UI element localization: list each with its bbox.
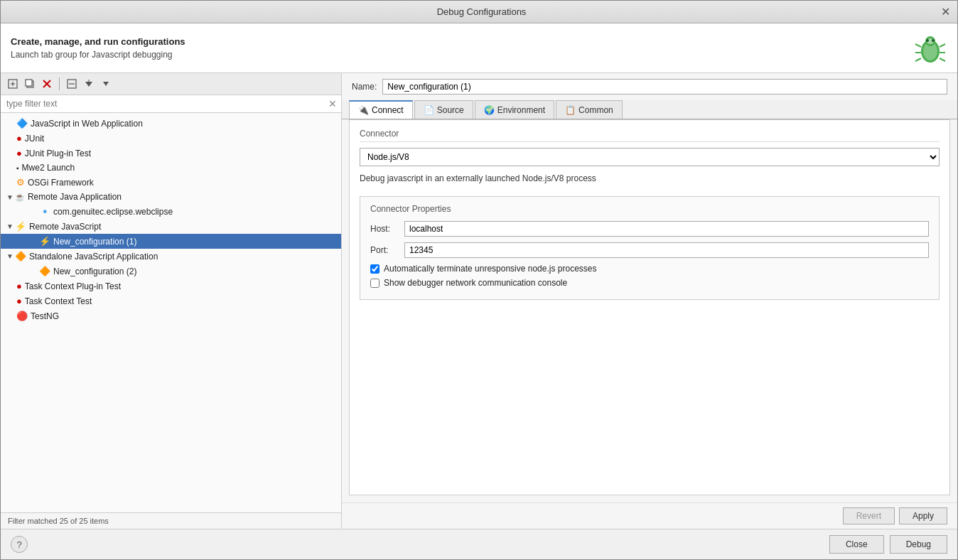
connector-section-title: Connector [360,129,940,142]
item-label-junit: JUnit [25,134,44,144]
item-icon-testng: 🔴 [16,311,28,321]
item-icon-new-config-1: ⚡ [39,236,50,247]
revert-button[interactable]: Revert [843,507,895,524]
collapse-all-button[interactable] [64,76,80,92]
checkbox1-row: Automatically terminate unresponsive nod… [370,264,929,274]
svg-point-10 [926,39,929,42]
tab-connect-label: Connect [372,105,404,115]
item-label-task-context-test: Task Context Test [25,296,92,306]
item-label-remote-js: Remote JavaScript [29,222,101,232]
debug-button[interactable]: Debug [890,535,947,554]
tree-item-remote-js[interactable]: ▼ ⚡ Remote JavaScript [1,219,341,234]
port-label: Port: [370,245,399,255]
item-icon-osgi: ⚙ [16,177,25,188]
tab-common[interactable]: 📋 Common [556,100,623,119]
item-icon-task-context-plugin: ● [16,281,22,291]
help-button[interactable]: ? [11,536,28,553]
tab-source-label: Source [437,105,464,115]
debug-bug-icon [913,31,947,65]
item-label-new-config-1: New_configuration (1) [53,237,136,247]
connector-dropdown-wrap: Node.js/V8 V8 VM [360,148,940,166]
host-input[interactable] [404,221,929,237]
left-panel: ✕ 🔷 JavaScript in Web Application ● JUni… [1,73,342,529]
new-config-button[interactable] [5,76,21,92]
host-row: Host: [370,221,929,237]
tree-item-com-genuitec[interactable]: 🔹 com.genuitec.eclipse.webclipse [1,204,341,219]
more-button[interactable] [98,76,114,92]
tree-item-mwe2[interactable]: ▪ Mwe2 Launch [1,161,341,175]
filter-clear-button[interactable]: ✕ [324,95,341,112]
tab-source[interactable]: 📄 Source [414,100,473,119]
name-label: Name: [352,82,377,92]
item-icon-remote-java: ☕ [15,193,25,202]
item-label-js-web: JavaScript in Web Application [31,119,143,129]
tree-item-testng[interactable]: 🔴 TestNG [1,308,341,323]
item-icon-remote-js: ⚡ [15,221,26,232]
show-debugger-checkbox[interactable] [370,279,380,288]
tree-item-junit-plugin[interactable]: ● JUnit Plug-in Test [1,146,341,161]
tree-item-remote-java[interactable]: ▼ ☕ Remote Java Application [1,190,341,204]
filter-bar: ✕ [1,95,341,113]
tree-item-new-config-2[interactable]: 🔶 New_configuration (2) [1,264,341,279]
delete-config-button[interactable] [39,76,55,92]
connector-dropdown[interactable]: Node.js/V8 V8 VM [360,148,940,166]
item-label-standalone-js: Standalone JavaScript Application [29,252,158,262]
common-tab-icon: 📋 [565,105,576,115]
svg-rect-16 [26,80,32,86]
dialog-title: Debug Configurations [22,6,941,17]
connect-tab-icon: 🔌 [358,105,369,115]
action-bar: Revert Apply [342,502,957,529]
item-label-new-config-2: New_configuration (2) [53,266,136,276]
svg-line-9 [940,58,945,61]
debug-configurations-dialog: Debug Configurations ✕ Create, manage, a… [0,0,958,560]
filter-input[interactable] [1,95,324,112]
item-label-remote-java: Remote Java Application [28,192,122,202]
filter-status: Filter matched 25 of 25 items [1,512,341,529]
tree-item-new-config-1[interactable]: ⚡ New_configuration (1) [1,234,341,249]
show-debugger-label: Show debugger network communication cons… [384,278,567,288]
port-row: Port: [370,242,929,258]
tree-area: 🔷 JavaScript in Web Application ● JUnit … [1,113,341,512]
tree-item-task-context-test[interactable]: ● Task Context Test [1,294,341,308]
connector-properties-group: Connector Properties Host: Port: Automat… [360,196,940,300]
port-input[interactable] [404,242,929,258]
tree-item-js-web[interactable]: 🔷 JavaScript in Web Application [1,116,341,131]
tab-connect[interactable]: 🔌 Connect [349,100,413,119]
name-input[interactable] [382,79,947,95]
toolbar [1,73,341,95]
tree-item-osgi[interactable]: ⚙ OSGi Framework [1,175,341,190]
item-icon-task-context-test: ● [16,296,22,306]
footer-left: ? [11,536,28,553]
tab-environment-label: Environment [497,105,545,115]
svg-line-7 [940,44,945,47]
item-label-osgi: OSGi Framework [28,178,94,188]
auto-terminate-checkbox[interactable] [370,264,380,274]
item-icon-mwe2: ▪ [16,164,19,172]
svg-marker-23 [103,82,109,86]
svg-marker-21 [85,82,92,87]
header-sub-text: Launch tab group for Javascript debuggin… [11,50,185,60]
item-icon-new-config-2: 🔶 [39,266,50,276]
expand-icon-remote-js: ▼ [6,222,14,230]
tree-item-standalone-js[interactable]: ▼ 🔶 Standalone JavaScript Application [1,249,341,264]
footer-bar: ? Close Debug [1,529,957,559]
auto-terminate-label: Automatically terminate unresponsive nod… [384,264,596,274]
apply-button[interactable]: Apply [899,507,947,524]
close-dialog-button[interactable]: Close [829,535,884,554]
footer-right: Close Debug [829,535,947,554]
svg-point-11 [932,39,935,42]
header-text: Create, manage, and run configurations L… [11,36,185,60]
item-icon-junit-plugin: ● [16,148,22,158]
item-icon-com-genuitec: 🔹 [39,206,50,217]
content-area: Connector Node.js/V8 V8 VM Debug javascr… [349,119,950,495]
close-button[interactable]: ✕ [941,6,950,18]
item-label-junit-plugin: JUnit Plug-in Test [25,149,91,158]
checkbox2-row: Show debugger network communication cons… [370,278,929,288]
tree-item-junit[interactable]: ● JUnit [1,131,341,146]
duplicate-config-button[interactable] [22,76,38,92]
tab-environment[interactable]: 🌍 Environment [475,100,554,119]
tabs-bar: 🔌 Connect 📄 Source 🌍 Environment 📋 Commo… [342,100,957,119]
tree-item-task-context-plugin[interactable]: ● Task Context Plug-in Test [1,279,341,294]
expand-all-button[interactable] [81,76,97,92]
main-area: ✕ 🔷 JavaScript in Web Application ● JUni… [1,73,957,529]
